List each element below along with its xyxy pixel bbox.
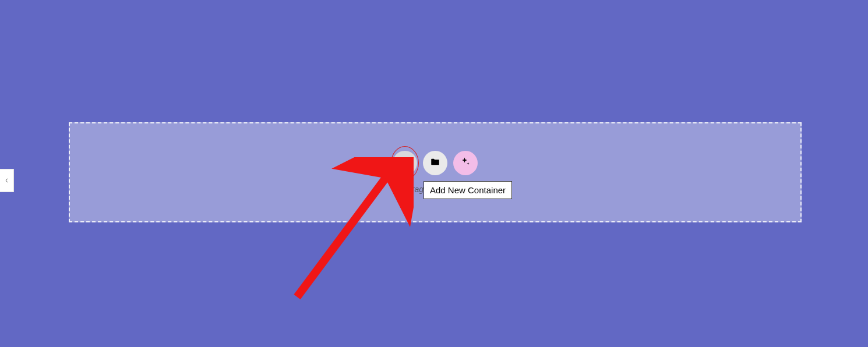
panel-collapse-tab[interactable] — [0, 169, 14, 192]
ai-generate-button[interactable] — [453, 151, 478, 175]
add-container-tooltip: Add New Container — [424, 181, 512, 199]
sparkle-icon — [460, 157, 471, 169]
empty-section-dropzone[interactable]: Drag widget here — [69, 122, 802, 222]
chevron-left-icon — [4, 176, 10, 185]
add-container-button[interactable] — [393, 151, 417, 175]
dropzone-button-row — [393, 151, 478, 175]
folder-icon — [430, 157, 440, 169]
template-library-button[interactable] — [423, 151, 447, 175]
plus-icon — [400, 157, 410, 169]
